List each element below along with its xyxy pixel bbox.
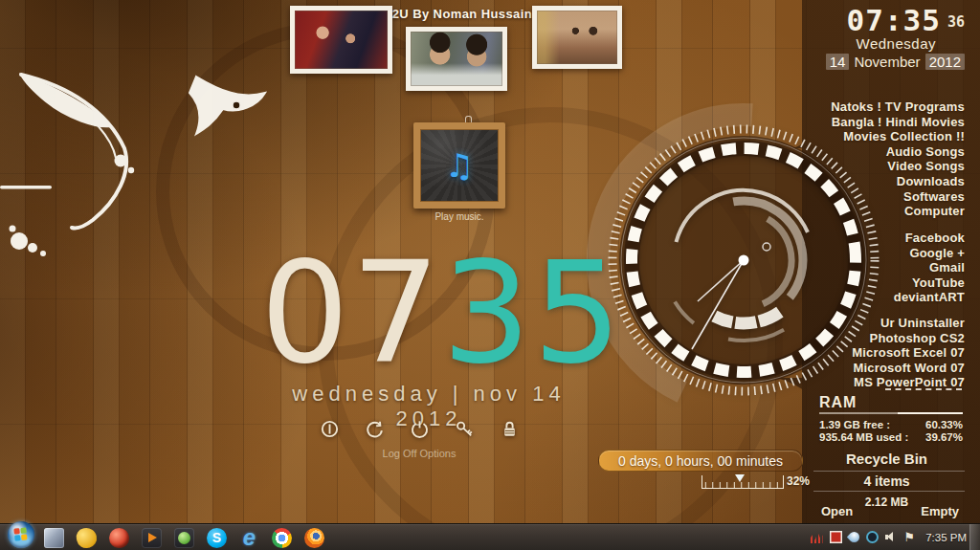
family-photo bbox=[290, 6, 392, 74]
file-explorer-icon[interactable] bbox=[44, 528, 64, 548]
music-note-icon: ♫ bbox=[420, 129, 499, 202]
adobe-app-icon[interactable] bbox=[830, 531, 842, 543]
link-gmail[interactable]: Gmail bbox=[809, 260, 965, 275]
logoff-options-label: Log Off Options bbox=[318, 448, 521, 459]
link-google-plus[interactable]: Google + bbox=[809, 246, 965, 261]
web-links-list: Facebook Google + Gmail YouTube deviantA… bbox=[809, 231, 965, 305]
action-center-icon[interactable]: ⚑ bbox=[904, 531, 916, 543]
digital-clock-date: 14 November 2012 bbox=[826, 54, 965, 70]
taskbar: S e ⚑ 7:35 PM bbox=[0, 523, 980, 550]
internet-explorer-icon[interactable]: e bbox=[239, 528, 259, 548]
date-day: 14 bbox=[826, 54, 850, 70]
big-clock: 0735 bbox=[260, 241, 595, 389]
panel-fillet-bottom bbox=[756, 378, 802, 459]
digital-clock: 07:35 36 bbox=[847, 5, 965, 36]
green-music-app-icon[interactable] bbox=[174, 528, 194, 548]
logoff-icon[interactable] bbox=[318, 417, 341, 440]
show-desktop-button[interactable] bbox=[969, 524, 980, 550]
app-links-list: Ur Uninstaller Photoshop CS2 Microsoft E… bbox=[809, 316, 965, 390]
water-drop-icon[interactable] bbox=[846, 530, 861, 545]
digital-clock-time: 07:35 bbox=[847, 5, 941, 36]
link-bangla-hindi-movies[interactable]: Bangla ! Hindi Movies bbox=[809, 115, 965, 130]
blue-ring-app-icon[interactable] bbox=[866, 531, 879, 543]
recycle-bin-count: 4 items bbox=[809, 473, 965, 489]
ram-used-value: 39.67% bbox=[925, 431, 963, 443]
system-tray: ⚑ 7:35 PM bbox=[811, 524, 967, 550]
apps-divider bbox=[885, 388, 962, 390]
link-youtube[interactable]: YouTube bbox=[809, 275, 965, 291]
ram-free-label: 1.39 GB free : bbox=[819, 419, 890, 430]
link-natoks-tv-programs[interactable]: Natoks ! TV Programs bbox=[809, 99, 965, 115]
link-computer[interactable]: Computer bbox=[809, 204, 965, 219]
portrait-photo bbox=[532, 6, 622, 69]
divider bbox=[813, 491, 965, 492]
link-movies-collection[interactable]: Movies Collection !! bbox=[809, 129, 965, 144]
ram-used-label: 935.64 MB used : bbox=[819, 431, 908, 443]
play-music-launcher[interactable]: ♫ bbox=[413, 122, 505, 209]
ram-free-row: 1.39 GB free : 60.33% bbox=[819, 419, 963, 430]
digital-clock-seconds: 36 bbox=[947, 13, 965, 31]
digital-clock-weekday: Wednesday bbox=[857, 35, 936, 52]
desktop: B2U By Noman Hussain ♫ Play music. 0735 … bbox=[0, 0, 980, 550]
big-clock-minutes: 35 bbox=[442, 241, 624, 389]
lock-icon[interactable] bbox=[498, 417, 521, 440]
taskbar-icon-row: S e bbox=[44, 527, 324, 548]
music-caption: Play music. bbox=[413, 211, 505, 222]
media-player-icon[interactable] bbox=[142, 528, 162, 548]
restart-icon[interactable] bbox=[363, 417, 386, 440]
recycle-bin-open-button[interactable]: Open bbox=[821, 504, 853, 518]
link-audio-songs[interactable]: Audio Songs bbox=[809, 144, 965, 160]
ram-underline bbox=[819, 412, 963, 414]
chrome-icon[interactable] bbox=[272, 528, 292, 548]
volume-slider-thumb[interactable] bbox=[735, 474, 745, 482]
skype-icon[interactable]: S bbox=[207, 528, 227, 548]
red-app-icon[interactable] bbox=[109, 528, 129, 548]
windows-logo-icon bbox=[13, 527, 28, 541]
link-photoshop-cs2[interactable]: Photoshop CS2 bbox=[809, 331, 965, 346]
recycle-bin-empty-button[interactable]: Empty bbox=[921, 504, 959, 518]
link-microsoft-excel[interactable]: Microsoft Excel 07 bbox=[809, 345, 965, 361]
uptime-text: 0 days, 0 hours, 00 minutes bbox=[618, 453, 783, 469]
link-microsoft-word[interactable]: Microsoft Word 07 bbox=[809, 361, 965, 376]
divider bbox=[813, 471, 965, 472]
volume-slider[interactable] bbox=[702, 475, 784, 489]
link-facebook[interactable]: Facebook bbox=[809, 231, 965, 246]
link-downloads[interactable]: Downloads bbox=[809, 174, 965, 189]
ram-used-row: 935.64 MB used : 39.67% bbox=[819, 431, 963, 443]
power-icon[interactable] bbox=[408, 417, 431, 440]
recycle-bin-title: Recycle Bin bbox=[809, 451, 965, 467]
volume-icon[interactable] bbox=[885, 531, 898, 543]
audio-meter-icon[interactable] bbox=[811, 531, 823, 543]
start-button[interactable] bbox=[8, 521, 34, 548]
link-video-songs[interactable]: Video Songs bbox=[809, 159, 965, 174]
power-options-row bbox=[318, 417, 521, 440]
date-year: 2012 bbox=[925, 54, 965, 70]
date-month: November bbox=[854, 54, 920, 70]
ram-title: RAM bbox=[819, 394, 857, 411]
link-ur-uninstaller[interactable]: Ur Uninstaller bbox=[809, 316, 965, 331]
two-men-photo bbox=[406, 27, 507, 91]
uptime-bar: 0 days, 0 hours, 00 minutes bbox=[598, 450, 803, 472]
ram-free-value: 60.33% bbox=[925, 419, 963, 430]
media-links-list: Natoks ! TV Programs Bangla ! Hindi Movi… bbox=[809, 99, 965, 219]
yellow-app-icon[interactable] bbox=[75, 526, 99, 550]
bird-art bbox=[0, 55, 287, 275]
tray-clock[interactable]: 7:35 PM bbox=[925, 532, 967, 543]
key-icon[interactable] bbox=[453, 417, 476, 440]
link-deviantart[interactable]: deviantART bbox=[809, 290, 965, 305]
big-clock-hours: 07 bbox=[260, 241, 442, 389]
panel-fillet-top bbox=[768, 77, 802, 148]
firefox-icon[interactable] bbox=[304, 528, 324, 548]
widget-title: B2U By Noman Hussain bbox=[381, 7, 534, 21]
link-softwares[interactable]: Softwares bbox=[809, 189, 965, 205]
volume-percent: 32% bbox=[787, 474, 810, 488]
